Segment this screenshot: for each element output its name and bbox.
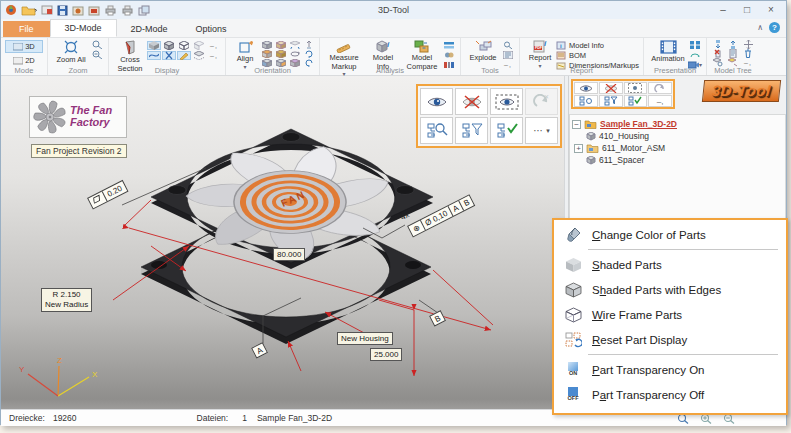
viewport-3d[interactable]: FAN <box>1 76 564 409</box>
triangles-label: Dreiecke: <box>9 413 45 423</box>
tree-collapse-icon[interactable] <box>726 40 740 49</box>
panel-show-button[interactable] <box>574 82 598 94</box>
radius-label: R 2.150 New Radius <box>41 288 92 312</box>
zoom-all-icon <box>64 40 79 55</box>
ribbon: 3D 2D Mode Zoom All Zoom Cross Section <box>1 38 786 76</box>
minimize-button[interactable]: – <box>712 3 734 17</box>
ribbon-group-report: PDFi Report▾ iModel Info BOM Dimensions/… <box>520 38 644 75</box>
shaded-edges-display-icon[interactable] <box>162 41 176 50</box>
markup-toggle-icon[interactable] <box>177 51 191 60</box>
view-rotate-icon[interactable] <box>288 40 302 49</box>
transparent-display-icon[interactable] <box>192 41 206 50</box>
tab-options[interactable]: Options <box>182 21 241 37</box>
undo-visibility-button[interactable]: ✕ <box>525 88 558 115</box>
curves-toggle-icon[interactable] <box>147 51 161 60</box>
tool-list-icon[interactable] <box>501 50 515 59</box>
menu-item-shaded-parts[interactable]: Shaded Parts <box>554 252 786 277</box>
tree-move-icon[interactable] <box>741 40 755 49</box>
tree-row-housing[interactable]: 410_Housing <box>572 130 783 142</box>
print-preview-button[interactable] <box>121 5 134 16</box>
mode-3d-button[interactable]: 3D <box>5 40 43 53</box>
rotate-90-icon[interactable] <box>302 49 316 58</box>
animation-button[interactable]: Animation <box>648 39 688 65</box>
axis-triad: Z X Y <box>19 356 98 396</box>
wireframe-display-icon[interactable] <box>177 41 191 50</box>
tab-3d-mode[interactable]: 3D-Mode <box>50 19 117 37</box>
view-spin-icon[interactable] <box>288 49 302 58</box>
axis-x-label: X <box>92 370 98 379</box>
zoom-window-icon[interactable] <box>90 40 104 49</box>
tool-search-icon[interactable] <box>501 40 515 49</box>
expand-node-icon[interactable]: + <box>574 144 583 153</box>
svg-text:✕: ✕ <box>544 94 549 100</box>
view-iso-icon[interactable] <box>260 40 274 49</box>
panel-show-selected-button[interactable] <box>624 82 648 94</box>
help-button[interactable]: ? <box>769 22 780 33</box>
presentation-rotate-icon[interactable] <box>688 50 702 59</box>
close-button[interactable]: × <box>760 3 782 17</box>
ribbon-group-analysis: Measure Markup▾ i Model Info Model Compa… <box>320 38 461 75</box>
view-back-icon[interactable] <box>274 49 288 58</box>
shaded-display-icon[interactable] <box>147 41 161 50</box>
save-button[interactable] <box>57 5 68 16</box>
toolbar-more-button[interactable]: ⋯▾ <box>525 117 558 144</box>
tree-row-spacer[interactable]: 611_Spacer <box>572 154 783 166</box>
search-tree-button[interactable] <box>420 117 453 144</box>
assembly-root-icon <box>584 119 597 129</box>
menu-item-transparency-off[interactable]: OFF Part Transparency Off <box>554 382 786 407</box>
report-model-info-button[interactable]: iModel Info <box>556 41 639 50</box>
panel-more-button[interactable]: –, <box>648 95 672 107</box>
panel-undo-button[interactable] <box>648 82 672 94</box>
display-more-button[interactable]: –, <box>207 41 221 50</box>
panel-search-button[interactable] <box>574 95 598 107</box>
confirm-tree-button[interactable] <box>490 117 523 144</box>
print-button[interactable] <box>104 5 117 16</box>
tree-row-root[interactable]: − Sample Fan_3D-2D <box>572 118 783 130</box>
display-more2-button[interactable]: –, <box>207 51 221 60</box>
compare-overlay-icon[interactable] <box>442 50 456 59</box>
tree-list-icon[interactable] <box>726 49 740 58</box>
copy-button[interactable] <box>138 5 151 16</box>
ribbon-group-mode: 3D 2D Mode <box>1 38 48 75</box>
view-top-icon[interactable] <box>260 49 274 58</box>
transparency-on-icon: ON <box>560 362 586 377</box>
maximize-button[interactable]: □ <box>736 3 758 17</box>
report-bom-button[interactable]: BOM <box>556 51 639 60</box>
show-only-selected-button[interactable] <box>490 88 523 115</box>
open-file-button[interactable] <box>21 5 37 16</box>
dim-80-label: 80.000 <box>273 248 305 261</box>
edges-toggle-icon[interactable] <box>192 51 206 60</box>
menu-item-change-color[interactable]: Change Color of Parts <box>554 222 786 247</box>
hide-parts-button[interactable] <box>455 88 488 115</box>
tab-2d-mode[interactable]: 2D-Mode <box>117 21 182 37</box>
axes-toggle-icon[interactable] <box>162 51 176 60</box>
show-parts-button[interactable] <box>420 88 453 115</box>
collapse-node-icon[interactable]: − <box>572 120 581 129</box>
tree-expand-icon[interactable] <box>711 40 725 49</box>
filter-tree-button[interactable] <box>455 117 488 144</box>
view-front-icon[interactable] <box>274 40 288 49</box>
menu-item-transparency-on[interactable]: ON Part Transparency On <box>554 357 786 382</box>
zoom-all-button[interactable]: Zoom All <box>52 39 90 66</box>
tab-file[interactable]: File <box>3 21 50 37</box>
compare-side-icon[interactable] <box>442 40 456 49</box>
zoom-in-icon[interactable] <box>90 50 104 59</box>
view-up-icon[interactable] <box>302 40 316 49</box>
menu-item-reset-display[interactable]: Reset Part Display <box>554 327 786 352</box>
menu-item-wireframe[interactable]: Wire Frame Parts <box>554 302 786 327</box>
capture-view-button[interactable] <box>72 5 84 16</box>
screenshot-button[interactable] <box>41 5 53 16</box>
tree-delete-red-icon[interactable] <box>711 49 725 58</box>
files-count: 1 <box>242 413 247 423</box>
panel-hide-button[interactable] <box>599 82 623 94</box>
tree-trash-icon[interactable] <box>741 49 755 58</box>
tree-row-motor[interactable]: + 611_Motor_ASM <box>572 142 783 154</box>
panel-filter-button[interactable] <box>599 95 623 107</box>
explode-button[interactable]: Explode <box>465 39 501 64</box>
collapse-ribbon-button[interactable]: ∧ <box>757 23 763 32</box>
menu-item-shaded-edges[interactable]: Shaded Parts with Edges <box>554 277 786 302</box>
presentation-grid-icon[interactable] <box>688 40 702 49</box>
tree-filter-icon <box>461 122 483 139</box>
capture-area-button[interactable] <box>88 5 100 16</box>
panel-confirm-button[interactable] <box>624 95 648 107</box>
